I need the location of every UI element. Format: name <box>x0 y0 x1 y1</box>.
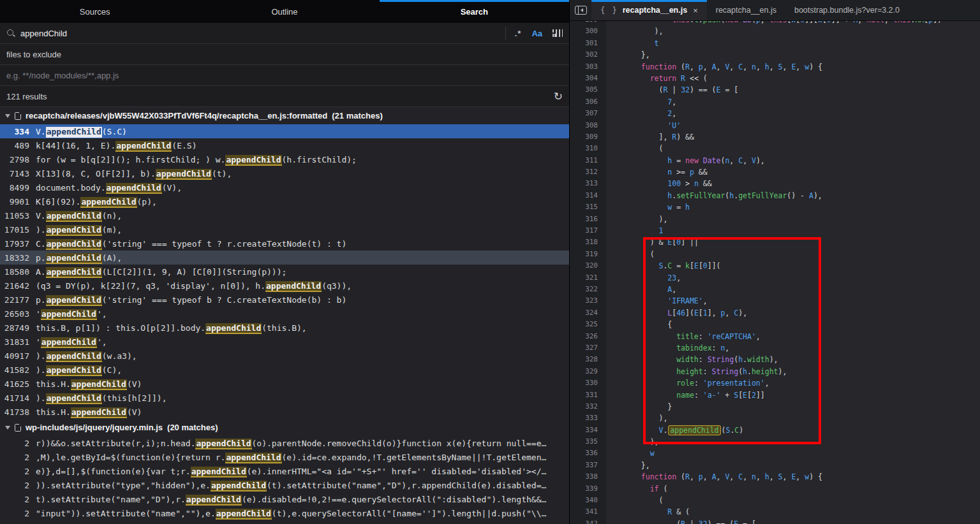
search-result-row[interactable]: 8499document.body.appendChild(V), <box>0 180 569 194</box>
line-number[interactable]: 336 <box>570 448 606 459</box>
line-number[interactable]: 329 <box>570 366 606 377</box>
search-result-row[interactable]: 9901K[6](92).appendChild(p), <box>0 194 569 208</box>
editor-tab-1[interactable]: recaptcha__en.js <box>707 0 785 20</box>
search-result-row[interactable]: 26503'appendChild', <box>0 307 569 321</box>
line-number[interactable]: 306 <box>570 96 606 108</box>
match-case-toggle-icon[interactable]: Aa <box>531 29 542 38</box>
file-header[interactable]: recaptcha/releases/vjbW55W42X033PfTdVf6F… <box>0 107 569 124</box>
line-number[interactable]: 325 <box>570 319 606 330</box>
line-number[interactable]: 335 <box>570 436 606 448</box>
code-token: 32 <box>699 520 708 524</box>
line-number[interactable]: 342 <box>570 518 606 524</box>
line-number[interactable]: 312 <box>570 166 606 178</box>
line-number[interactable]: 327 <box>570 342 606 354</box>
line-number[interactable]: 323 <box>570 295 606 307</box>
line-number[interactable]: 303 <box>570 61 606 73</box>
code-editor[interactable]: 299 this.t.push(new Bb(p, this[W[0]][W[0… <box>570 21 980 524</box>
refresh-icon[interactable]: ↻ <box>554 91 563 102</box>
line-number[interactable]: 307 <box>570 108 606 119</box>
line-number[interactable]: 311 <box>570 155 606 166</box>
search-result-row[interactable]: 11053V.appendChild(n), <box>0 208 569 222</box>
line-number[interactable]: 319 <box>570 249 606 260</box>
search-result-row[interactable]: 22177p.appendChild('string' === typeof b… <box>0 293 569 307</box>
search-result-row[interactable]: 2"input")).setAttribute("name",""),e.app… <box>0 506 569 520</box>
line-number[interactable]: 305 <box>570 84 606 96</box>
line-number[interactable]: 309 <box>570 131 606 143</box>
line-number[interactable]: 328 <box>570 354 606 365</box>
tab-search[interactable]: Search <box>380 0 569 23</box>
search-result-row[interactable]: 28749this.B, p[1]) : this.O[p[2]].body.a… <box>0 321 569 335</box>
line-number[interactable]: 313 <box>570 178 606 189</box>
line-number[interactable]: 330 <box>570 377 606 389</box>
disclosure-triangle-icon[interactable] <box>5 426 10 430</box>
line-number[interactable]: 334 <box>570 425 606 436</box>
line-number[interactable]: 300 <box>570 25 606 37</box>
search-result-row[interactable]: 41625this.H.appendChild(V) <box>0 377 569 391</box>
toggle-navigator-button[interactable] <box>570 0 591 20</box>
whole-word-toggle-icon[interactable] <box>553 29 563 37</box>
line-number[interactable]: 331 <box>570 389 606 401</box>
code-token: tabindex <box>676 344 711 353</box>
close-tab-icon[interactable]: × <box>693 6 698 15</box>
exclude-pattern-row[interactable]: e.g. **/node_modules/**,app.js <box>0 65 569 86</box>
regex-toggle-icon[interactable]: .* <box>515 29 522 38</box>
line-number[interactable]: 322 <box>570 284 606 295</box>
line-number[interactable]: 308 <box>570 120 606 131</box>
line-number[interactable]: 326 <box>570 331 606 342</box>
search-result-row[interactable]: 489k[44](16, 1, E).appendChild(E.S) <box>0 138 569 152</box>
search-result-row[interactable]: 40917).appendChild(w.a3), <box>0 349 569 363</box>
line-number[interactable]: 333 <box>570 412 606 424</box>
tab-sources[interactable]: Sources <box>0 0 189 23</box>
line-number[interactable]: 304 <box>570 73 606 84</box>
search-result-row[interactable]: 18580A.appendChild(L[C[2]](1, 9, A) [C[0… <box>0 265 569 279</box>
files-to-exclude-row[interactable]: files to exclude <box>0 44 569 65</box>
line-number[interactable]: 318 <box>570 237 606 248</box>
search-result-row[interactable]: 2t).setAttribute("name","D"),r.appendChi… <box>0 492 569 506</box>
search-result-row[interactable]: 2e)},d=[],$(function(e){var t;r.appendCh… <box>0 464 569 478</box>
line-number[interactable]: 340 <box>570 495 606 506</box>
line-number[interactable]: 299 <box>570 21 606 25</box>
line-number[interactable]: 332 <box>570 401 606 412</box>
line-number[interactable]: 314 <box>570 190 606 201</box>
search-result-row[interactable]: 41582).appendChild(C), <box>0 363 569 377</box>
search-input-row[interactable]: appendChild .* Aa <box>0 23 569 44</box>
code-token: 100 <box>667 179 681 188</box>
search-result-row[interactable]: 17937C.appendChild('string' === typeof t… <box>0 237 569 251</box>
line-number[interactable]: 321 <box>570 272 606 284</box>
line-number[interactable]: 302 <box>570 49 606 61</box>
line-number[interactable]: 310 <box>570 143 606 154</box>
line-number[interactable]: 339 <box>570 483 606 495</box>
line-number[interactable]: 341 <box>570 506 606 518</box>
line-number[interactable]: 315 <box>570 201 606 213</box>
search-result-row[interactable]: 2)).setAttribute("type","hidden"),e.appe… <box>0 478 569 492</box>
line-number[interactable]: 320 <box>570 260 606 272</box>
search-result-row[interactable]: 41738this.H.appendChild(V) <box>0 405 569 419</box>
search-result-row[interactable]: 17015).appendChild(m), <box>0 222 569 237</box>
search-result-row[interactable]: 2r))&&o.setAttribute(r,i);n.head.appendC… <box>0 436 569 450</box>
line-number[interactable]: 316 <box>570 214 606 225</box>
code-token: ]) <box>933 21 942 24</box>
search-result-row[interactable]: 21642(q3 = DY(p), k[22](7, q3, 'display'… <box>0 279 569 293</box>
search-result-row[interactable]: 18332p.appendChild(A), <box>0 251 569 265</box>
line-number[interactable]: 337 <box>570 460 606 471</box>
search-result-row[interactable]: 2,M),le.getById=$(function(e){return r.a… <box>0 450 569 464</box>
code-token: ) == ( <box>690 85 716 94</box>
search-result-row[interactable]: 41714).appendChild(this[h[2]]), <box>0 391 569 405</box>
exclude-pattern-input[interactable]: e.g. **/node_modules/**,app.js <box>6 71 119 80</box>
search-result-row[interactable]: 334V.appendChild(S.C) <box>0 124 569 138</box>
editor-tab-2[interactable]: bootstrap.bundle.js?ver=3.2.0 <box>785 0 909 20</box>
files-to-exclude-input[interactable]: files to exclude <box>6 50 61 59</box>
disclosure-triangle-icon[interactable] <box>5 114 10 118</box>
line-number[interactable]: 338 <box>570 471 606 483</box>
editor-tab-0[interactable]: { }recaptcha__en.js× <box>591 0 707 20</box>
tab-outline[interactable]: Outline <box>189 0 379 23</box>
search-result-row[interactable]: 7143X[13](8, C, O[F[2]], b).appendChild(… <box>0 166 569 180</box>
search-result-row[interactable]: 2798for (w = b[q[2]](); h.firstChild; ) … <box>0 152 569 166</box>
line-number[interactable]: 317 <box>570 225 606 237</box>
search-result-row[interactable]: 31831'appendChild', <box>0 335 569 349</box>
search-input[interactable]: appendChild <box>20 29 500 38</box>
code-token: role <box>676 379 694 388</box>
file-header[interactable]: wp-includes/js/jquery/jquery.min.js(20 m… <box>0 419 569 436</box>
line-number[interactable]: 324 <box>570 307 606 319</box>
line-number[interactable]: 301 <box>570 38 606 49</box>
